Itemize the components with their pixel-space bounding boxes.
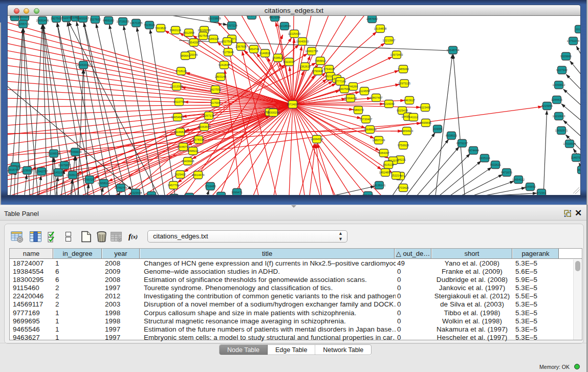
svg-text:10653267: 10653267: [77, 17, 90, 20]
svg-text:30975857: 30975857: [58, 164, 71, 167]
svg-text:20364436: 20364436: [344, 97, 357, 100]
svg-text:19353594: 19353594: [198, 125, 211, 128]
svg-text:2087682: 2087682: [366, 17, 378, 20]
svg-text:9025438: 9025438: [397, 109, 408, 112]
svg-text:2367608: 2367608: [235, 45, 247, 48]
svg-text:952411: 952411: [216, 194, 226, 195]
svg-text:19218596: 19218596: [278, 25, 291, 28]
svg-text:17016504: 17016504: [563, 142, 576, 145]
svg-text:6497568: 6497568: [339, 87, 350, 91]
svg-text:12505135: 12505135: [67, 173, 79, 177]
svg-text:1527602: 1527602: [90, 18, 101, 21]
svg-text:16961758: 16961758: [306, 50, 318, 53]
svg-text:8215955: 8215955: [541, 104, 553, 107]
svg-text:1146753: 1146753: [571, 156, 580, 159]
svg-text:6216042: 6216042: [383, 102, 395, 105]
svg-text:19384554: 19384554: [311, 138, 323, 141]
svg-text:15692971: 15692971: [555, 129, 568, 132]
svg-text:10807487: 10807487: [370, 96, 383, 99]
svg-text:11325419: 11325419: [288, 32, 300, 35]
svg-text:7485063: 7485063: [398, 68, 409, 71]
svg-text:2827545: 2827545: [198, 34, 209, 37]
svg-text:8578334: 8578334: [193, 138, 204, 141]
svg-text:16046798: 16046798: [177, 145, 190, 148]
svg-text:9463627: 9463627: [404, 99, 415, 102]
svg-text:10654112: 10654112: [512, 178, 525, 181]
svg-text:6466160: 6466160: [103, 19, 114, 22]
svg-text:2803144: 2803144: [215, 75, 226, 78]
svg-text:8912954: 8912954: [183, 31, 194, 34]
svg-text:14055721: 14055721: [17, 23, 30, 26]
svg-text:15751074: 15751074: [567, 39, 580, 42]
svg-text:19654983: 19654983: [171, 116, 184, 119]
svg-text:984512: 984512: [577, 168, 580, 171]
svg-text:15720407: 15720407: [360, 118, 373, 121]
svg-text:1244415: 1244415: [551, 98, 562, 101]
svg-text:9227342: 9227342: [556, 69, 568, 72]
svg-text:20691406: 20691406: [36, 19, 49, 22]
svg-text:17359934: 17359934: [69, 150, 82, 154]
svg-text:3716485: 3716485: [205, 185, 216, 188]
svg-text:3627552: 3627552: [210, 88, 221, 91]
svg-text:989641: 989641: [181, 54, 190, 57]
svg-text:18300295: 18300295: [267, 111, 280, 114]
svg-text:6879197: 6879197: [456, 142, 468, 145]
svg-text:14136141: 14136141: [373, 184, 386, 187]
svg-text:12942757: 12942757: [35, 170, 48, 173]
svg-text:7357224: 7357224: [226, 24, 237, 27]
svg-text:164095: 164095: [433, 127, 443, 130]
svg-text:252214: 252214: [391, 174, 401, 177]
svg-text:7663822: 7663822: [155, 27, 166, 30]
svg-text:2935114: 2935114: [479, 157, 490, 160]
svg-text:1927502: 1927502: [51, 17, 62, 20]
svg-text:7955812: 7955812: [315, 59, 326, 62]
svg-text:9777169: 9777169: [335, 80, 346, 83]
svg-text:16033809: 16033809: [208, 17, 221, 20]
svg-text:3267130: 3267130: [203, 114, 214, 117]
svg-text:7632621: 7632621: [490, 163, 501, 166]
svg-text:9084067: 9084067: [378, 151, 389, 155]
svg-text:9329966: 9329966: [560, 55, 572, 58]
svg-text:23226058: 23226058: [198, 29, 211, 32]
svg-text:10719155: 10719155: [117, 20, 129, 23]
svg-text:12213967: 12213967: [383, 39, 396, 42]
svg-text:16914479: 16914479: [192, 173, 205, 177]
svg-text:12213369: 12213369: [170, 85, 183, 88]
svg-text:16543382: 16543382: [188, 41, 201, 44]
svg-text:16782759: 16782759: [115, 186, 127, 189]
svg-text:8454749: 8454749: [248, 48, 259, 51]
svg-text:1603380: 1603380: [9, 16, 20, 18]
svg-text:8322037: 8322037: [284, 60, 295, 63]
svg-text:9242848: 9242848: [219, 63, 230, 67]
svg-text:8938923: 8938923: [446, 134, 457, 137]
svg-text:10973493: 10973493: [390, 53, 403, 56]
svg-text:1610755: 1610755: [173, 100, 185, 103]
svg-text:1538520: 1538520: [272, 56, 284, 59]
svg-text:11156829: 11156829: [21, 169, 33, 172]
svg-text:20206535: 20206535: [48, 152, 60, 155]
svg-text:20053346: 20053346: [77, 63, 90, 67]
svg-text:8960124: 8960124: [170, 29, 181, 32]
svg-text:12975115: 12975115: [398, 82, 410, 85]
svg-text:1733426: 1733426: [398, 186, 409, 189]
svg-text:1099471: 1099471: [231, 191, 243, 194]
svg-text:8813054: 8813054: [269, 16, 280, 19]
svg-text:18724007: 18724007: [287, 103, 299, 106]
svg-text:19654923: 19654923: [401, 129, 413, 133]
svg-text:9457791: 9457791: [168, 184, 179, 187]
svg-text:9624105: 9624105: [362, 194, 374, 195]
svg-text:641112: 641112: [409, 116, 418, 119]
svg-text:16154838: 16154838: [374, 27, 387, 30]
svg-text:8186328: 8186328: [208, 37, 219, 40]
svg-text:8471676: 8471676: [501, 171, 512, 174]
svg-text:1145197: 1145197: [53, 171, 63, 174]
svg-text:9699695: 9699695: [420, 121, 431, 124]
svg-text:9146821: 9146821: [259, 52, 271, 55]
svg-text:317006: 317006: [211, 101, 221, 104]
svg-text:872341: 872341: [537, 191, 547, 194]
svg-text:2718126: 2718126: [176, 70, 187, 73]
svg-text:10671355: 10671355: [130, 21, 143, 25]
svg-text:391574: 391574: [8, 168, 18, 171]
svg-text:19166827: 19166827: [174, 130, 187, 134]
svg-text:3124554: 3124554: [359, 90, 370, 93]
